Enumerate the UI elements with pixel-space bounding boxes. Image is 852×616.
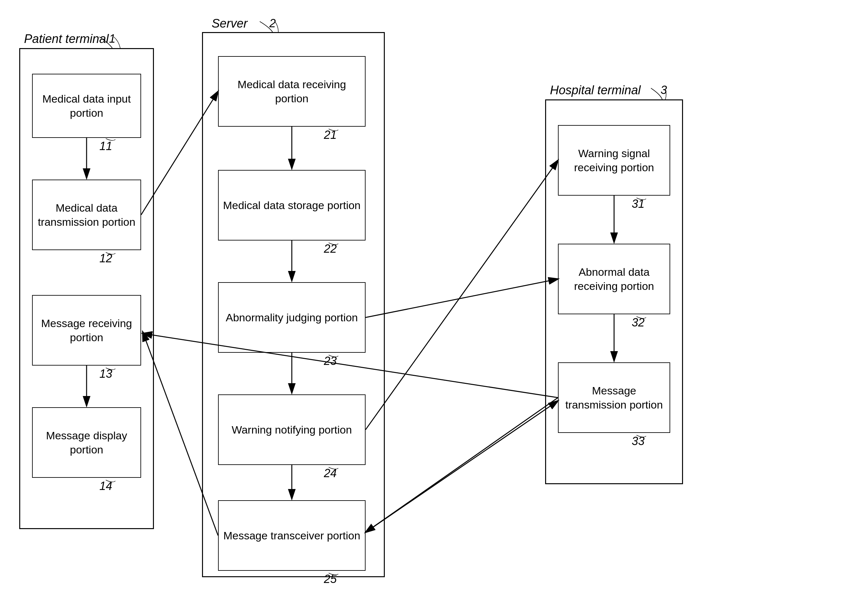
ref-14: 14 xyxy=(100,479,112,493)
medical-data-input-box: Medical data input portion xyxy=(32,74,141,138)
svg-line-16 xyxy=(366,398,558,532)
warning-notifying-box: Warning notifying portion xyxy=(218,394,366,465)
server-label: Server xyxy=(211,17,248,30)
diagram-container: Patient terminal Server Hospital termina… xyxy=(0,0,852,616)
patient-terminal-label: Patient terminal xyxy=(24,32,109,46)
ref-patient-terminal: 1 xyxy=(109,32,115,45)
medical-data-storage-box: Medical data storage portion xyxy=(218,170,366,240)
medical-data-transmission-box: Medical data transmission portion xyxy=(32,180,141,250)
message-transceiver-box: Message transceiver portion xyxy=(218,500,366,571)
ref-server: 2 xyxy=(269,17,276,30)
abnormal-data-receiving-box: Abnormal data receiving portion xyxy=(558,244,670,314)
svg-line-15 xyxy=(366,401,558,532)
message-display-box: Message display portion xyxy=(32,407,141,478)
warning-signal-receiving-box: Warning signal receiving portion xyxy=(558,125,670,196)
hospital-terminal-label: Hospital terminal xyxy=(550,83,641,97)
ref-24: 24 xyxy=(324,467,337,480)
ref-22: 22 xyxy=(324,242,337,255)
medical-data-receiving-box: Medical data receiving portion xyxy=(218,56,366,127)
ref-33: 33 xyxy=(632,435,645,448)
ref-25: 25 xyxy=(324,572,337,586)
ref-23: 23 xyxy=(324,354,337,368)
svg-line-11 xyxy=(366,160,558,430)
abnormality-judging-box: Abnormality judging portion xyxy=(218,282,366,353)
message-receiving-box: Message receiving portion xyxy=(32,295,141,365)
ref-hospital-terminal: 3 xyxy=(660,83,667,97)
svg-line-12 xyxy=(366,279,558,317)
ref-32: 32 xyxy=(632,316,645,329)
ref-21: 21 xyxy=(324,128,337,142)
message-transmission-box: Message transmission portion xyxy=(558,362,670,433)
ref-13: 13 xyxy=(100,367,112,380)
ref-31: 31 xyxy=(632,197,645,211)
ref-11: 11 xyxy=(100,139,112,153)
ref-12: 12 xyxy=(100,252,112,265)
